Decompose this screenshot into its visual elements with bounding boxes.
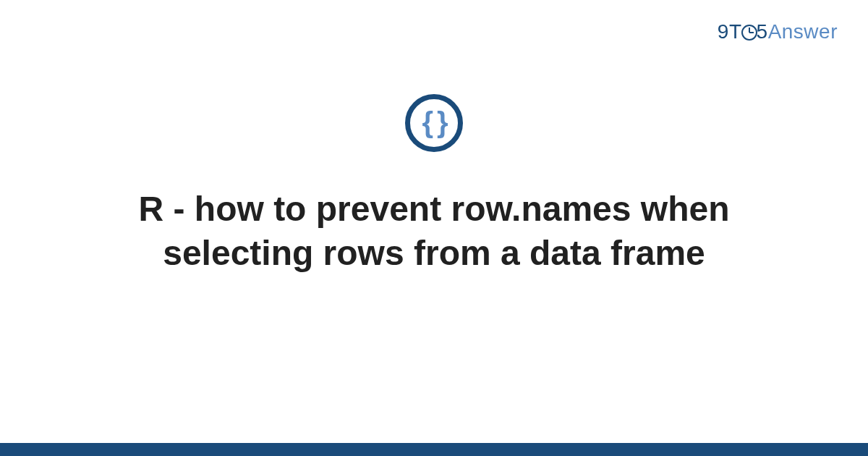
clock-icon [741, 25, 757, 41]
braces-glyph: { } [422, 108, 446, 137]
brand-nine: 9 [718, 20, 729, 43]
brand-five: 5 [757, 20, 768, 43]
braces-icon: { } [405, 94, 463, 152]
brand-t: T [729, 20, 742, 43]
brand-logo: 9T5Answer [718, 20, 838, 43]
brand-answer: Answer [768, 20, 838, 43]
main-content: { } R - how to prevent row.names when se… [0, 94, 868, 276]
page-title: R - how to prevent row.names when select… [72, 187, 796, 276]
bottom-accent-bar [0, 443, 868, 456]
